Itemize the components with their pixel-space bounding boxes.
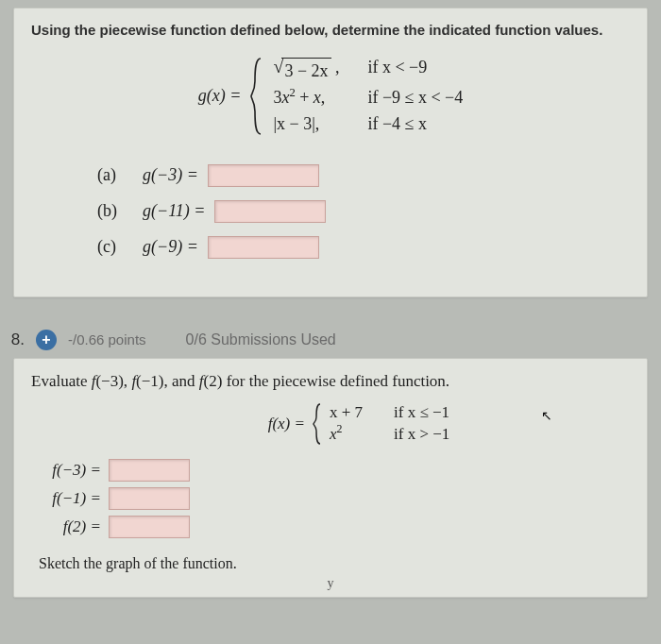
q7-prompt: Using the piecewise function defined bel… — [31, 22, 630, 38]
part-lhs: f(−3) = — [39, 461, 101, 480]
cursor-icon: ↖ — [541, 408, 552, 424]
q8-case2-cond: if x > −1 — [394, 424, 449, 446]
q8-case1-expr: x + 7 — [330, 402, 377, 424]
q8-part-3: f(2) = — [39, 516, 630, 538]
points-text: -/0.66 points — [68, 331, 146, 347]
q8-function-definition: f(x) = x + 7 if x ≤ −1 x2 if x > −1 ↖ — [88, 402, 630, 446]
part-lhs: f(2) = — [39, 517, 101, 536]
q7-function-definition: g(x) = √ 3 − 2x , if x < −9 3x2 + x, — [31, 55, 630, 138]
q8-part-1: f(−3) = — [39, 459, 630, 482]
q7-case2-expr: 3x2 + x, — [273, 85, 354, 111]
q7-case3-cond: if −4 ≤ x — [367, 111, 427, 138]
answer-input-c[interactable] — [208, 236, 319, 259]
q7-case1-post: , — [331, 58, 340, 76]
q7-part-c: (c) g(−9) = — [97, 236, 630, 259]
question-8-panel: Evaluate f(−3), f(−1), and f(2) for the … — [13, 358, 648, 598]
answer-input-f-1[interactable] — [109, 487, 190, 510]
q7-case2-cond: if −9 ≤ x < −4 — [367, 85, 463, 111]
part-label: (b) — [97, 201, 129, 221]
q7-part-b: (b) g(−11) = — [97, 200, 630, 223]
q8-func-lhs: f(x) = — [268, 415, 305, 433]
answer-input-b[interactable] — [214, 200, 326, 223]
part-label: (a) — [97, 165, 129, 185]
submissions-text: 0/6 Submissions Used — [186, 331, 336, 348]
y-axis-label: y — [31, 576, 630, 591]
q8-case2-expr: x2 — [330, 424, 377, 446]
part-lhs: f(−1) = — [39, 489, 101, 508]
part-eq: g(−3) = — [143, 165, 198, 185]
left-brace-icon — [313, 402, 322, 446]
expand-icon[interactable]: + — [36, 330, 57, 350]
part-eq: g(−9) = — [143, 237, 198, 257]
q8-case1-cond: if x ≤ −1 — [394, 402, 449, 424]
answer-input-a[interactable] — [208, 164, 319, 187]
answer-input-f2[interactable] — [109, 516, 190, 538]
left-brace-icon — [250, 57, 263, 136]
q8-prompt: Evaluate f(−3), f(−1), and f(2) for the … — [31, 372, 630, 391]
question-8-header: 8. + -/0.66 points 0/6 Submissions Used — [0, 330, 648, 350]
part-eq: g(−11) = — [143, 201, 205, 221]
q7-case3-expr: |x − 3|, — [273, 111, 354, 138]
part-label: (c) — [97, 237, 129, 257]
q8-part-2: f(−1) = — [39, 487, 630, 510]
q7-case1-radicand: 3 − 2x — [281, 58, 330, 85]
sqrt-icon: √ 3 − 2x — [273, 58, 330, 85]
question-7-panel: Using the piecewise function defined bel… — [13, 8, 648, 297]
question-number: 8. — [0, 330, 25, 349]
q7-func-lhs: g(x) = — [198, 86, 242, 106]
q8-sketch-prompt: Sketch the graph of the function. — [39, 555, 630, 572]
q7-case1-cond: if x < −9 — [367, 55, 427, 85]
answer-input-f-3[interactable] — [109, 459, 190, 482]
q7-part-a: (a) g(−3) = — [97, 164, 630, 187]
